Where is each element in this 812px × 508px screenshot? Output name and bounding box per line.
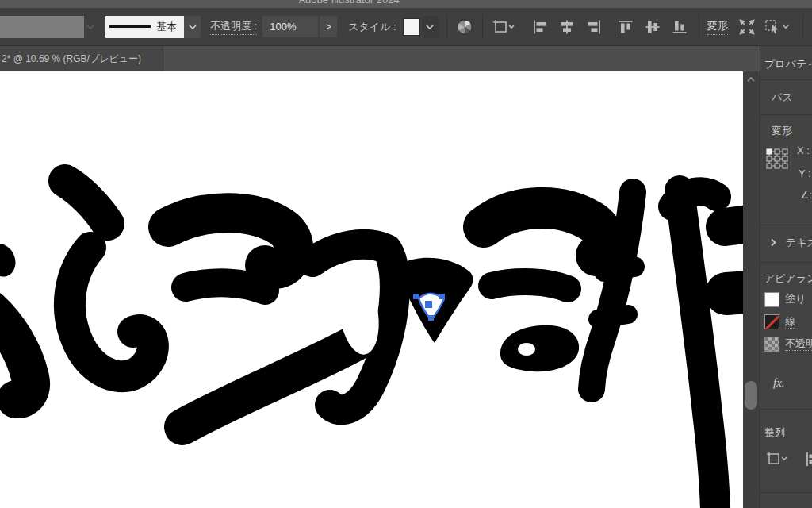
transform-button[interactable]: 変形	[707, 19, 728, 35]
stroke-preview-line	[109, 25, 151, 28]
section-text[interactable]: テキスト	[770, 236, 812, 250]
chevron-down-icon[interactable]	[84, 16, 97, 38]
align-left-partial-icon[interactable]	[805, 449, 812, 468]
panel-opacity-label[interactable]: 不透明度	[785, 337, 812, 351]
vertical-scrollbar-track[interactable]	[743, 71, 760, 508]
opacity-expand-button[interactable]: >	[320, 16, 337, 37]
graphic-style-swatch[interactable]	[403, 18, 420, 36]
panel-divider	[760, 492, 812, 493]
artboard-options-icon[interactable]	[489, 15, 521, 39]
artboard-canvas[interactable]	[0, 71, 743, 508]
scroll-up-icon[interactable]	[746, 76, 756, 83]
align-to-selection-dropdown[interactable]	[765, 449, 812, 470]
brush-definition-dropdown[interactable]: 基本	[105, 16, 184, 38]
align-horizontal-center-icon[interactable]	[556, 15, 578, 39]
align-horizontal-left-icon[interactable]	[529, 15, 551, 39]
fx-label: fx.	[773, 376, 785, 389]
align-vertical-top-icon[interactable]	[615, 15, 637, 39]
align-horizontal-right-icon[interactable]	[583, 15, 605, 39]
section-text-label: テキスト	[786, 237, 812, 248]
document-tab[interactable]: 2* @ 10.69 % (RGB/プレビュー)	[0, 46, 163, 71]
stroke-width-profile-dropdown[interactable]	[0, 16, 84, 38]
stroke-color-swatch[interactable]	[764, 314, 779, 329]
section-transform: 変形	[772, 124, 812, 138]
titlebar: Adobe Illustrator 2024	[0, 0, 812, 8]
toolbar-separator	[699, 14, 699, 40]
brush-definition-chevron[interactable]	[184, 16, 201, 38]
align-vertical-center-icon[interactable]	[642, 15, 664, 39]
toolbar-separator	[482, 14, 483, 40]
panel-divider	[760, 114, 812, 115]
document-tab-label: 2* @ 10.69 % (RGB/プレビュー)	[2, 52, 141, 66]
panel-tab-properties[interactable]: プロパティ	[764, 57, 812, 71]
stroke-label[interactable]: 線	[785, 315, 795, 329]
isolate-selection-icon[interactable]	[761, 15, 795, 39]
brush-definition-label: 基本	[156, 20, 177, 34]
toolbar-separator	[802, 14, 803, 40]
opacity-input[interactable]: 100%	[262, 16, 318, 37]
panel-divider	[760, 225, 812, 225]
toolbar-separator	[446, 14, 447, 40]
effects-button[interactable]: fx.	[773, 376, 812, 390]
opacity-checker-swatch[interactable]	[764, 337, 779, 352]
rotate-angle-label: ∠:	[800, 189, 812, 201]
opacity-row[interactable]: 不透明度	[760, 337, 812, 352]
control-toolbar: 基本 不透明度 : 100% > スタイル :	[0, 8, 812, 46]
document-tabbar: 2* @ 10.69 % (RGB/プレビュー)	[0, 46, 760, 71]
chevron-right-icon	[770, 238, 776, 247]
none-slash-icon	[765, 316, 779, 329]
properties-panel: プロパティ パス 変形 X : Y : ∠: テキスト アピアランス 塗り 線	[760, 46, 812, 508]
x-coordinate-label: X :	[797, 144, 812, 156]
bounding-box-arrows-icon[interactable]	[736, 15, 758, 39]
panel-divider	[760, 409, 812, 410]
fill-color-swatch[interactable]	[764, 292, 779, 307]
section-appearance: アピアランス	[764, 271, 812, 286]
panel-divider	[760, 262, 812, 263]
style-label: スタイル :	[348, 20, 396, 34]
app-title: Adobe Illustrator 2024	[270, 0, 428, 6]
panel-divider	[760, 79, 812, 80]
align-vertical-bottom-icon[interactable]	[668, 15, 691, 39]
opacity-label[interactable]: 不透明度 :	[210, 19, 257, 35]
graphic-style-chevron[interactable]	[422, 16, 439, 38]
fill-row[interactable]: 塗り	[760, 292, 812, 307]
section-align: 整列	[764, 425, 812, 440]
recolor-artwork-icon[interactable]	[454, 15, 476, 39]
section-path: パス	[772, 90, 812, 105]
fill-label[interactable]: 塗り	[785, 293, 806, 305]
y-coordinate-label: Y :	[799, 167, 812, 179]
calligraphy-artwork	[0, 71, 743, 508]
vertical-scrollbar-thumb[interactable]	[745, 381, 757, 410]
stroke-row[interactable]: 線	[760, 314, 812, 329]
